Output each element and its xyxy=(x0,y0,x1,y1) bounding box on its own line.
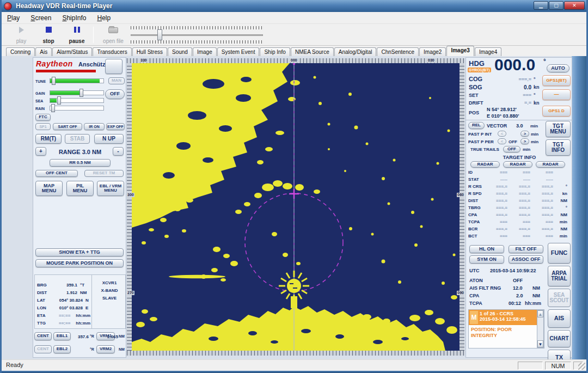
tab-chnsentence[interactable]: ChnSentence xyxy=(377,47,419,56)
ir-on-button[interactable]: IR ON xyxy=(84,123,105,130)
gain-slider[interactable] xyxy=(50,90,104,95)
scroll-down-icon[interactable]: ▼ xyxy=(537,340,543,347)
past-per-inc-button[interactable]: > xyxy=(520,138,529,144)
ais-button[interactable]: AIS xyxy=(548,309,571,328)
past-int-dec-button[interactable]: < xyxy=(498,131,506,137)
pause-button[interactable]: pause xyxy=(64,26,90,44)
alarm-list[interactable]: M 1 of 26 - CCRS 2015-03-14 12:58:45 POS… xyxy=(468,309,544,348)
sart-off-button[interactable]: SART OFF xyxy=(53,123,82,130)
radar-source-button-2[interactable]: RADAR xyxy=(503,161,532,168)
tune-thumb[interactable] xyxy=(52,77,56,85)
tab-sound[interactable]: Sound xyxy=(168,47,192,56)
set-drift-source-button[interactable]: — xyxy=(542,89,571,100)
stab-button[interactable]: STAB xyxy=(65,134,90,144)
past-int-inc-button[interactable]: > xyxy=(520,131,529,137)
stop-button[interactable]: stop xyxy=(36,26,60,44)
tgt-menu-button[interactable]: TGTMENU xyxy=(546,121,571,137)
show-eta-ttg-button[interactable]: SHOW ETA + TTG xyxy=(35,248,124,256)
alarm-scrollbar[interactable]: ▲ ▼ xyxy=(537,310,544,348)
alarm-line1: 1 of 26 - CCRS xyxy=(480,310,544,316)
sea-off-button[interactable]: OFF xyxy=(105,89,125,99)
tab-ais[interactable]: Ais xyxy=(35,47,52,56)
rel-vector-button[interactable]: REL xyxy=(468,122,485,129)
slider-track[interactable] xyxy=(131,34,263,36)
slider-thumb[interactable] xyxy=(157,29,162,40)
target-table: ID========= STAT--------------- R CRS===… xyxy=(468,170,571,241)
minimize-button[interactable]: ▁ xyxy=(534,1,548,10)
func-button[interactable]: FUNC xyxy=(548,243,571,264)
tgt-info-button[interactable]: TGTINFO xyxy=(546,139,571,156)
tab-nmea-source[interactable]: NMEA Source xyxy=(291,47,334,56)
interswitch-button[interactable] xyxy=(105,59,122,74)
playback-slider[interactable] xyxy=(131,26,263,44)
ebl2-button[interactable]: EBL2 xyxy=(53,345,71,353)
arpa-trial-button[interactable]: ARPATRIAL xyxy=(548,266,571,286)
ftc-button[interactable]: FTC xyxy=(35,114,51,121)
true-trails-off-button[interactable]: OFF xyxy=(503,146,520,152)
sp-button[interactable]: SP1 xyxy=(35,123,51,130)
gps1d-button[interactable]: GPS1 D xyxy=(542,106,571,117)
alarm-selected-row[interactable]: M 1 of 26 - CCRS 2015-03-14 12:58:45 xyxy=(469,310,544,325)
maximize-button[interactable]: ▢ xyxy=(549,1,564,10)
tab-image2[interactable]: Image2 xyxy=(419,47,446,56)
rain-thumb[interactable] xyxy=(51,104,55,112)
man-button[interactable]: MAN xyxy=(108,77,125,84)
radar-source-button-1[interactable]: RADAR xyxy=(470,161,500,168)
sea-scout-button[interactable]: SEASCOUT xyxy=(548,289,571,307)
menu-screen[interactable]: Screen xyxy=(25,13,57,23)
tab-transducers[interactable]: Transducers xyxy=(93,47,131,56)
hl-on-button[interactable]: HL ON xyxy=(469,245,504,253)
range-rings-button[interactable]: RR 0.5 NM xyxy=(50,159,111,167)
ebl2-cent-button[interactable]: CENT xyxy=(34,345,52,353)
gain-thumb[interactable] xyxy=(79,89,83,97)
menu-help[interactable]: Help xyxy=(91,13,116,23)
reset-tm-button[interactable]: RESET TM xyxy=(84,170,124,177)
map-menu-button[interactable]: MAPMENU xyxy=(35,181,63,196)
sea-thumb[interactable] xyxy=(57,96,61,105)
tab-ship-info[interactable]: Ship Info xyxy=(260,47,290,56)
title-bar[interactable]: Headway VDR Real-time Player ▁ ▢ ✕ xyxy=(0,0,588,12)
ebl-vrm-menu-button[interactable]: EBL / VRMMENU xyxy=(97,181,124,196)
sea-slider[interactable] xyxy=(50,98,104,103)
tune-slider[interactable] xyxy=(50,78,104,83)
exp-off-button[interactable]: EXP OFF xyxy=(106,123,125,130)
vrm2-button[interactable]: VRM2 xyxy=(96,345,115,353)
gps1-bt-button[interactable]: GPS1(BT) xyxy=(542,75,571,86)
assoc-off-button[interactable]: ASSOC OFF xyxy=(509,255,543,264)
mouse-park-button[interactable]: MOUSE PARK POSITION ON xyxy=(35,259,124,267)
past-per-dec-button[interactable]: < xyxy=(498,138,506,144)
resize-grip[interactable] xyxy=(578,363,585,370)
hdg-auto-button[interactable]: AUTO xyxy=(547,64,569,72)
sog-label: SOG xyxy=(469,84,482,90)
close-button[interactable]: ✕ xyxy=(564,1,585,10)
tab-analog-digital[interactable]: Analog/Digital xyxy=(334,47,377,56)
pil-menu-button[interactable]: PILMENU xyxy=(66,181,94,196)
rain-slider[interactable] xyxy=(50,106,104,111)
tab-alarm-status[interactable]: Alarm/Status xyxy=(52,47,92,56)
range-minus-button[interactable]: - xyxy=(113,147,124,156)
range-plus-button[interactable]: + xyxy=(35,147,46,156)
menu-play[interactable]: Play xyxy=(2,13,25,23)
tab-image4[interactable]: Image4 xyxy=(475,47,501,56)
chart-button[interactable]: CHART xyxy=(548,330,571,347)
ebl1-button[interactable]: EBL1 xyxy=(53,332,71,340)
tab-image[interactable]: Image xyxy=(193,47,217,56)
filt-off-button[interactable]: FILT OFF xyxy=(509,245,543,253)
scroll-up-icon[interactable]: ▲ xyxy=(537,310,543,317)
tab-system-event[interactable]: System Event xyxy=(217,47,260,56)
off-cent-button[interactable]: OFF CENT xyxy=(35,170,78,177)
radar-display[interactable]: 330 000 030 300 270 060 090 xyxy=(127,58,464,356)
tab-hull-stress[interactable]: Hull Stress xyxy=(132,47,167,56)
tab-conning[interactable]: Conning xyxy=(6,47,35,56)
n-up-button[interactable]: N UP xyxy=(94,134,124,144)
bearing-scale-bottom xyxy=(127,351,464,356)
sym-on-button[interactable]: SYM ON xyxy=(469,255,504,264)
xcvr-label: XCVR1 xyxy=(96,280,123,285)
radar-source-button-3[interactable]: RADAR xyxy=(536,161,565,168)
open-file-button[interactable]: open file xyxy=(99,26,128,44)
rm-t-button[interactable]: RM(T) xyxy=(35,134,62,144)
play-button[interactable]: play xyxy=(10,26,32,44)
menu-shipinfo[interactable]: ShipInfo xyxy=(57,13,91,23)
tab-image3-selected[interactable]: Image3 xyxy=(446,46,474,56)
ebl1-cent-button[interactable]: CENT xyxy=(34,332,52,340)
